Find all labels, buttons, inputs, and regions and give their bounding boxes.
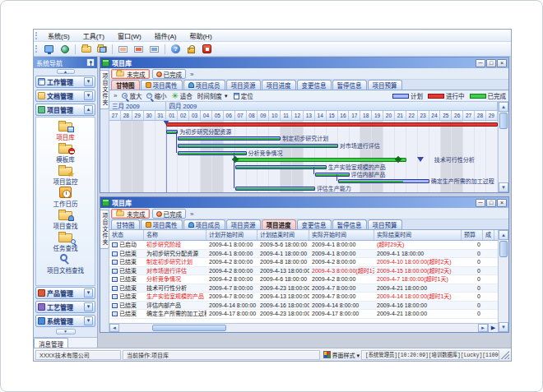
toolbar-button-folder-window-icon[interactable] — [95, 43, 109, 55]
gantt-window-titlebar[interactable]: 项目库 ─ □ × — [100, 58, 508, 68]
scroll-down-icon[interactable]: ▼ — [499, 322, 508, 332]
tab-message-management[interactable]: 消息管理 — [34, 338, 68, 348]
gantt-filter-未完成[interactable]: 未完成 — [111, 69, 150, 79]
table-row[interactable]: 已结束对市场进行评估2009-4-2 8:00:002009-4-13 18:0… — [109, 267, 498, 276]
toolbar-button-stop-icon[interactable] — [200, 43, 214, 55]
scroll-up-icon[interactable]: ▲ — [499, 230, 508, 240]
minimize-button[interactable]: ─ — [476, 199, 485, 207]
chevron-down-icon[interactable]: ▼ — [84, 316, 93, 325]
scrollbar-thumb[interactable] — [499, 113, 508, 129]
gantt-tab-项目进度[interactable]: 项目进度 — [262, 80, 296, 90]
table-row[interactable]: 已结束分析竞争情况2009-4-2 8:00:002009-4-6 18:00:… — [109, 275, 498, 284]
gantt-chart-body[interactable]: 为初步研究分配资源制定初步研究计划对市场进行评估分析竞争情况技术可行性分析生产实… — [109, 121, 498, 192]
sidebar-section-项目管理[interactable]: 项目管理▲ — [35, 104, 95, 116]
gantt-bar-分析竞争情况[interactable] — [178, 151, 246, 155]
sidebar-section-工作管理[interactable]: 工作管理▼ — [35, 76, 95, 88]
sidebar-section-系统管理[interactable]: 系统管理▼ — [35, 315, 95, 327]
table-row[interactable]: 已结束技术可行性分析2009-4-7 8:00:002009-4-23 18:0… — [109, 284, 498, 293]
chevron-down-icon[interactable]: ▼ — [84, 91, 93, 100]
gantt-bar-技术可行性分析[interactable] — [235, 158, 406, 162]
gantt-tab-变更信息[interactable]: 变更信息 — [297, 80, 332, 90]
table-horizontal-scrollbar[interactable]: ◄ ► ▶ — [109, 323, 498, 332]
gantt-bar-评估内部产品[interactable] — [315, 173, 350, 177]
project-folder-vertical-tab[interactable]: 项目文件夹 — [100, 210, 109, 249]
sidebar-section-工艺管理[interactable]: 工艺管理▼ — [35, 301, 95, 313]
table-row[interactable]: 已结束评估内部产品2009-4-14 8:00:002009-4-16 18:0… — [109, 302, 498, 311]
column-header-计划结束时间[interactable]: 计划结束时间 — [258, 230, 309, 240]
menu-item-窗口(W)[interactable]: 窗口(W) — [111, 31, 148, 40]
column-header-实际开始时间[interactable]: 实际开始时间 — [309, 230, 374, 240]
toolbar-button-globe-icon[interactable] — [58, 43, 72, 55]
chevron-up-icon[interactable]: ▲ — [84, 105, 93, 114]
sidebar-item-任务查找[interactable]: 任务查找 — [36, 231, 95, 252]
time-scale-button[interactable]: 时间刻度▼ — [197, 91, 229, 100]
jump-last-column-icon[interactable]: ▶ — [488, 324, 498, 332]
table-row[interactable]: 已结束生产实验室规模的产品2009-4-7 8:00:002009-4-13 1… — [109, 293, 498, 302]
sidebar-item-项目查找[interactable]: 项目查找 — [36, 209, 95, 230]
table-tab-甘特图[interactable]: 甘特图 — [111, 219, 140, 229]
sidebar-item-项目文档查找[interactable]: 项目文档查找 — [36, 253, 95, 274]
pin-icon[interactable] — [86, 58, 95, 67]
gantt-bar-评估生产能力[interactable] — [235, 187, 315, 191]
table-vertical-scrollbar[interactable]: ▲ ▼ — [498, 230, 508, 332]
table-row[interactable]: 已启动初步研究阶段2009-4-1 8:00:002009-5-6 18:00:… — [109, 241, 498, 250]
menu-item-插件(A)[interactable]: 插件(A) — [148, 31, 183, 40]
toolbar-button-monitor-icon[interactable] — [42, 43, 56, 55]
column-header-预算[interactable]: 预算 — [462, 230, 483, 240]
toolbar-button-lock-icon[interactable] — [184, 43, 198, 55]
toolbar-overflow-chevron[interactable]: » — [114, 92, 117, 99]
table-tab-暂停信息[interactable]: 暂停信息 — [332, 219, 367, 229]
locate-button[interactable]: 定位 — [234, 91, 253, 100]
toolbar-button-mail-send-icon[interactable] — [147, 43, 161, 55]
table-row[interactable]: 已结束确定生产所需的加工过程2009-4-17 8:00:002009-4-23… — [109, 310, 498, 319]
gantt-tab-暂停信息[interactable]: 暂停信息 — [332, 80, 367, 90]
table-filter-已完成[interactable]: 已完成 — [152, 209, 187, 219]
scroll-up-icon[interactable]: ▲ — [499, 102, 508, 112]
gantt-tab-项目资源[interactable]: 项目资源 — [226, 80, 261, 90]
maximize-button[interactable]: □ — [486, 199, 496, 207]
gantt-filter-已完成[interactable]: 已完成 — [152, 69, 187, 79]
zoom-in-button[interactable]: +放大 — [122, 91, 142, 100]
close-button[interactable]: × — [497, 59, 507, 67]
toolbar-button-mail-open-icon[interactable] — [132, 43, 146, 55]
table-tab-项目预算[interactable]: 项目预算 — [368, 219, 402, 229]
chevron-down-icon[interactable]: ▼ — [84, 77, 93, 86]
table-row[interactable]: 已结束为初步研究分配资源2009-4-1 8:00:002009-4-1 18:… — [109, 250, 498, 259]
menu-item-系统(S)[interactable]: 系统(S) — [41, 31, 77, 40]
fit-button[interactable]: ✳适合 — [171, 91, 192, 100]
scrollbar-thumb[interactable] — [499, 241, 508, 257]
chevron-down-icon[interactable]: ▼ — [84, 288, 93, 297]
scroll-down-icon[interactable]: ▼ — [499, 182, 508, 192]
gantt-bar-制定初步研究计划[interactable] — [178, 136, 281, 141]
table-tab-项目进度[interactable]: 项目进度 — [262, 219, 296, 229]
column-header-实际结束时间[interactable]: 实际结束时间 — [374, 230, 462, 240]
gantt-bar-对市场进行评估[interactable] — [178, 144, 337, 148]
toolbar-button-help-icon[interactable]: ? — [169, 43, 183, 55]
gantt-tab-项目预算[interactable]: 项目预算 — [368, 80, 402, 90]
maximize-button[interactable]: □ — [486, 59, 496, 67]
table-row[interactable]: 已结束制定初步研究计划2009-4-2 8:00:002009-4-8 18:0… — [109, 258, 498, 267]
gantt-tab-项目属性[interactable]: 项目属性 — [141, 80, 183, 90]
column-header-状态[interactable]: 状态 — [109, 230, 144, 240]
resize-grip[interactable] — [501, 351, 509, 359]
menu-item-工具(T)[interactable]: 工具(T) — [77, 31, 111, 40]
gantt-bar-初步研究阶段[interactable] — [166, 122, 498, 127]
filter-overflow-chevron[interactable]: » — [190, 71, 193, 78]
table-tab-项目成员[interactable]: 项目成员 — [183, 219, 225, 229]
interface-style-button[interactable]: 界面样式 ▾ — [332, 351, 360, 359]
sidebar-item-项目监控[interactable]: ★项目监控 — [36, 164, 95, 186]
toolbar-button-folder-icon[interactable] — [79, 43, 93, 55]
sidebar-item-项目库[interactable]: 项目库 — [36, 120, 95, 141]
sidebar-section-产品管理[interactable]: 产品管理▼ — [35, 287, 95, 299]
sidebar-more-button[interactable]: ▼ — [56, 329, 76, 334]
toolbar-drag-handle[interactable] — [35, 45, 38, 53]
sidebar-item-模板库[interactable]: 模板库 — [36, 142, 95, 164]
sidebar-section-文档管理[interactable]: 文档管理▼ — [35, 90, 95, 102]
table-filter-未完成[interactable]: 未完成 — [111, 209, 150, 219]
toolbar-button-mail-new-icon[interactable] — [116, 43, 130, 55]
filter-overflow-chevron[interactable]: » — [190, 210, 193, 218]
chevron-down-icon[interactable]: ▼ — [84, 302, 93, 311]
zoom-out-button[interactable]: −缩小 — [146, 91, 166, 100]
sidebar-collapse-button[interactable]: ▲ — [57, 69, 75, 74]
column-header-名称[interactable]: 名称 — [144, 230, 207, 240]
